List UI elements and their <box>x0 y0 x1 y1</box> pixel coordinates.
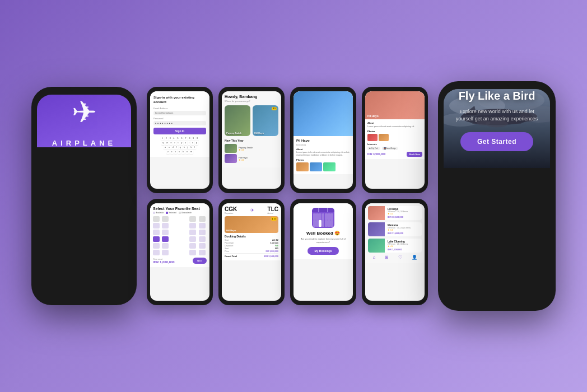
legend-available: Available <box>153 212 164 214</box>
seat-2b[interactable] <box>162 223 169 228</box>
footer-heart-icon[interactable]: ♡ <box>398 255 402 260</box>
signin-email-label: Email Address <box>153 107 206 110</box>
phones-col-2: Howdy, Bambang Where do you wanna go? Pa… <box>218 87 285 305</box>
seat-4e[interactable] <box>189 236 196 242</box>
seat-3b[interactable] <box>162 230 169 235</box>
seat-2e[interactable] <box>189 223 196 228</box>
location-hero-image <box>294 91 353 136</box>
signin-email-input[interactable]: lorem@email.com <box>153 111 206 115</box>
booked-description: Are you ready to explore the new world f… <box>296 237 350 244</box>
phones-grid: Sign-in with your existing account Email… <box>147 87 428 305</box>
phones-col-1: Sign-in with your existing account Email… <box>147 87 213 305</box>
booking-card-image: Hill Hayo ★ 4.5 <box>225 216 278 233</box>
location-photo-2[interactable] <box>310 162 322 171</box>
footer-profile-icon[interactable]: 👤 <box>412 255 417 260</box>
booking-content: CGK Departure ✈ TLC Arrival Hill Hay <box>222 203 281 260</box>
notch-right <box>483 81 511 86</box>
seat-1e[interactable] <box>189 216 196 222</box>
destlist-item-2[interactable]: Mentana 5 Person · 14, 24/25 Items ★ 5.0… <box>368 222 422 236</box>
seat-1a[interactable] <box>153 216 160 222</box>
seat-3d-empty <box>180 230 187 235</box>
onboarding-subtitle: Explore new world with us and let yourse… <box>455 108 539 122</box>
howdy-list-item-1[interactable]: Payung Taduh ★ 4.5 <box>225 144 278 153</box>
list-thumb-1 <box>225 144 237 153</box>
interest-city-park[interactable]: 🏛 City Park <box>367 147 380 150</box>
seat-4b-selected[interactable] <box>162 236 169 242</box>
dest-info: About Lorem ipsum dolor sit amet consect… <box>365 119 425 159</box>
seat-price-info: Your seat IDR 1,000,000 <box>153 258 175 264</box>
howdy-list-item-2[interactable]: Hill Hayo ★ 4.3 <box>225 154 278 163</box>
screen-signin: Sign-in with your existing account Email… <box>150 91 209 189</box>
seat-3e[interactable] <box>189 230 196 235</box>
phone-location: Pil Hayo Indonesia About Lorem ipsum dol… <box>290 87 356 193</box>
seat-2d-empty <box>180 223 187 228</box>
booking-route: CGK Departure ✈ TLC Arrival <box>225 206 278 214</box>
screen-booking: CGK Departure ✈ TLC Arrival Hill Hay <box>222 203 281 301</box>
phone-booked: Well Booked 😍 Are you ready to explore t… <box>290 199 356 305</box>
seat-legend: Available Selected Unavailable <box>153 212 207 214</box>
notch-booked <box>316 199 330 202</box>
seat-5e[interactable] <box>189 243 196 249</box>
seat-5d-empty <box>180 243 187 249</box>
phones-col-3: Pil Hayo Indonesia About Lorem ipsum dol… <box>290 87 356 305</box>
seat-6c-empty <box>171 250 178 255</box>
booked-mybookings-button[interactable]: My Bookings <box>308 247 338 255</box>
seat-6a[interactable] <box>153 250 160 255</box>
phone-booking: CGK Departure ✈ TLC Arrival Hill Hay <box>218 199 285 305</box>
screen-dest-detail: Pil Hayo About Lorem ipsum dolor sit ame… <box>365 91 425 189</box>
dest-photo-1[interactable] <box>367 134 378 141</box>
splash-screen: ✈ AIRPLANE <box>37 95 131 147</box>
seat-6b[interactable] <box>162 250 169 255</box>
seat-6f[interactable] <box>199 250 206 255</box>
seat-1d-empty <box>180 216 187 222</box>
phone-destlist: Hill Hayo 3 Person · 14, 34 Items ★ 4.5 … <box>362 199 428 305</box>
seat-5b[interactable] <box>162 243 169 249</box>
howdy-cards-row: Payung Taduh 4.5 Hill Hayo <box>225 105 278 136</box>
seat-3a[interactable] <box>153 230 160 235</box>
seat-content: Select Your Favorite Seat Available Sele… <box>150 203 209 267</box>
splash-airplane-icon: ✈ <box>72 95 97 130</box>
splash-app-name: AIRPLANE <box>52 139 116 147</box>
footer-home-icon[interactable]: ⌂ <box>372 255 375 260</box>
destlist-info-2: Mentana 5 Person · 14, 24/25 Items ★ 5.0… <box>386 222 422 236</box>
notch-left <box>70 87 98 91</box>
signin-password-input[interactable]: •••••••• <box>153 121 206 125</box>
booking-grand-total: Grand Total IDR 3,500,000 <box>225 253 278 258</box>
get-started-button[interactable]: Get Started <box>460 132 533 151</box>
phone-howdy: Howdy, Bambang Where do you wanna go? Pa… <box>218 87 285 193</box>
seat-6e[interactable] <box>189 250 196 255</box>
legend-unavailable: Unavailable <box>179 212 192 214</box>
seat-1b[interactable] <box>162 216 169 222</box>
dest-price-value: IDR 3,500,000 <box>367 152 385 156</box>
location-title: Pil Hayo <box>296 139 350 142</box>
destlist-item-1[interactable]: Hill Hayo 3 Person · 14, 34 Items ★ 4.5 … <box>368 206 422 220</box>
booking-dest-card[interactable]: Hill Hayo ★ 4.5 <box>225 216 278 233</box>
dest-photo-2[interactable] <box>379 134 389 141</box>
howdy-card-1[interactable]: Payung Taduh <box>225 105 250 136</box>
dest-book-now-button[interactable]: Book Now <box>407 152 422 157</box>
seat-next-button[interactable]: Next <box>193 258 207 264</box>
seat-price-value: IDR 1,000,000 <box>153 260 175 264</box>
seat-2a[interactable] <box>153 223 160 228</box>
dest-interests-label: Interests <box>367 143 422 146</box>
seat-4d-empty <box>180 236 187 242</box>
signin-password-label: Password <box>153 117 206 120</box>
booking-detail-price: Price IDR 1,000,000 <box>225 250 278 253</box>
signin-title: Sign-in with your existing account <box>153 96 206 105</box>
seat-2f[interactable] <box>199 223 206 228</box>
howdy-card-2[interactable]: 4.5 Hill Hayo <box>253 105 278 136</box>
location-photo-3[interactable] <box>323 162 336 171</box>
seat-1f[interactable] <box>199 216 206 222</box>
seat-5f[interactable] <box>199 243 206 249</box>
seat-3f[interactable] <box>199 230 206 235</box>
seat-4a-selected[interactable] <box>153 236 160 242</box>
signin-button[interactable]: Sign In <box>153 128 206 134</box>
keyboard: 1234567890 qwertyuiop asdfghjkl zxcvbnm <box>153 137 206 154</box>
destlist-item-3[interactable]: Lake Cibening 2 Person · 20, 34 Items ★ … <box>368 239 422 253</box>
footer-search-icon[interactable]: ⊞ <box>385 255 389 260</box>
location-description: Lorem ipsum dolor sit amet consectetur a… <box>296 151 350 157</box>
seat-4f[interactable] <box>199 236 206 242</box>
seat-5a[interactable] <box>153 243 160 249</box>
location-photo-1[interactable] <box>296 162 309 171</box>
interest-aerial-bridge[interactable]: 🌉 Aerial Bridge <box>382 147 398 150</box>
